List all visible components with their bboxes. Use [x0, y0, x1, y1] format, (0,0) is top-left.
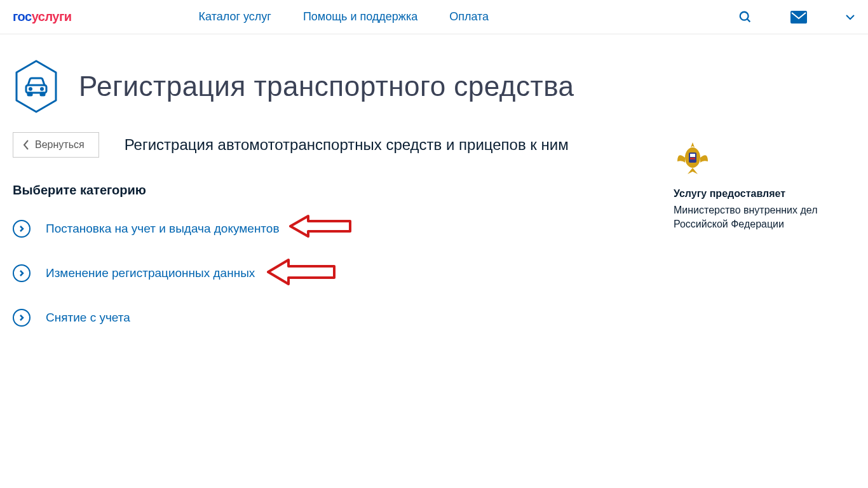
provider-panel: Услугу предоставляет Министерство внутре…	[674, 132, 851, 327]
main-nav: Каталог услуг Помощь и поддержка Оплата	[199, 10, 489, 24]
svg-rect-4	[28, 93, 32, 95]
category-item-register: Постановка на учет и выдача документов	[13, 220, 648, 238]
choose-category-label: Выберите категорию	[13, 183, 648, 198]
svg-rect-11	[690, 158, 695, 159]
header-actions	[738, 10, 855, 24]
main-column: Вернуться Регистрация автомототранспортн…	[13, 132, 648, 327]
subheader-row: Вернуться Регистрация автомототранспортн…	[13, 132, 648, 158]
page-title: Регистрация транспортного средства	[79, 71, 574, 102]
category-item-change: Изменение регистрационных данных	[13, 264, 648, 282]
chevron-right-icon	[13, 309, 31, 327]
annotation-arrow-icon	[289, 212, 353, 240]
search-icon[interactable]	[738, 10, 752, 24]
nav-payment[interactable]: Оплата	[449, 10, 489, 24]
svg-rect-2	[790, 11, 807, 24]
provider-name: Министерство внутренних дел Российской Ф…	[674, 203, 851, 232]
page-header: Регистрация транспортного средства	[0, 34, 868, 132]
provider-label: Услугу предоставляет	[674, 188, 851, 200]
chevron-right-icon	[13, 264, 31, 282]
category-link-register[interactable]: Постановка на учет и выдача документов	[46, 222, 280, 236]
chevron-left-icon	[22, 139, 30, 151]
nav-support[interactable]: Помощь и поддержка	[303, 10, 417, 24]
subtitle: Регистрация автомототранспортных средств…	[125, 136, 569, 154]
chevron-down-icon[interactable]	[845, 14, 855, 20]
logo[interactable]: госуслуги	[13, 10, 72, 24]
content: Вернуться Регистрация автомототранспортн…	[0, 132, 868, 327]
header: госуслуги Каталог услуг Помощь и поддерж…	[0, 0, 868, 34]
category-link-change[interactable]: Изменение регистрационных данных	[46, 266, 255, 280]
mail-icon[interactable]	[790, 11, 807, 24]
provider-emblem-icon	[674, 139, 712, 177]
category-list: Постановка на учет и выдача документов И…	[13, 220, 648, 327]
car-hex-icon	[13, 60, 60, 113]
nav-catalog[interactable]: Каталог услуг	[199, 10, 271, 24]
svg-point-0	[740, 11, 749, 20]
svg-point-6	[30, 88, 32, 90]
svg-point-7	[41, 88, 43, 90]
back-button[interactable]: Вернуться	[13, 132, 99, 158]
svg-line-1	[747, 18, 750, 22]
chevron-right-icon	[13, 220, 31, 238]
annotation-arrow-icon	[267, 257, 337, 287]
back-label: Вернуться	[35, 139, 85, 151]
svg-rect-5	[41, 93, 44, 95]
svg-rect-10	[690, 154, 695, 157]
category-link-remove[interactable]: Снятие с учета	[46, 311, 130, 325]
category-item-remove: Снятие с учета	[13, 309, 648, 327]
